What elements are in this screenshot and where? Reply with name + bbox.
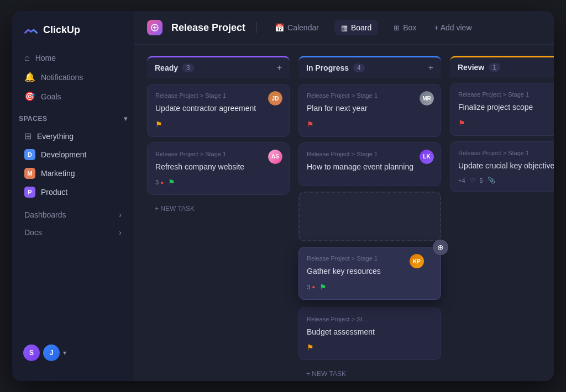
tab-board[interactable]: ▦ Board	[334, 20, 378, 35]
sidebar-item-goals-label: Goals	[41, 92, 61, 101]
column-add-ready[interactable]: +	[277, 63, 282, 73]
card-plan-next-year[interactable]: Release Project > Stage 1 Plan for next …	[298, 84, 441, 137]
column-add-inprogress[interactable]: +	[428, 63, 433, 73]
card-title-1: Update contractor agreement	[155, 103, 281, 114]
sidebar-item-notifications[interactable]: 🔔 Notifications	[18, 67, 128, 87]
dashboards-label: Dashboards	[24, 210, 66, 219]
dot-icon: ●	[160, 179, 164, 186]
sidebar-item-everything-label: Everything	[37, 132, 74, 141]
count-number: 3	[155, 179, 159, 186]
app-window: ClickUp ⌂ Home 🔔 Notifications 🎯 Goals S…	[12, 11, 554, 381]
avatar-img-floating: KP	[410, 254, 424, 268]
card-title-7: Update crucial key objectives	[458, 161, 554, 172]
spaces-list: ⊞ Everything D Development M Marketing P…	[12, 127, 134, 202]
goals-icon: 🎯	[24, 91, 35, 102]
clickup-logo-icon	[23, 22, 39, 38]
card-footer-2: 3 ● ⚑	[155, 178, 281, 187]
sidebar-item-notifications-label: Notifications	[41, 73, 83, 82]
card-footer-5: ⚑	[307, 343, 433, 352]
card-avatar-2: AS	[268, 150, 282, 164]
topbar-separator	[256, 22, 257, 33]
docs-chevron-icon: ›	[119, 228, 122, 237]
card-footer-6: ⚑	[458, 119, 554, 128]
column-count-ready: 3	[182, 63, 194, 72]
spaces-section: Spaces ▾	[12, 106, 134, 127]
card-meta-4: Release Project > Stage 1	[307, 151, 433, 157]
box-icon: ⊞	[394, 24, 400, 32]
sidebar-item-development-label: Development	[41, 150, 87, 159]
card-gather-resources[interactable]: ⊕ Release Project > Stage 1 Gather key r…	[298, 247, 441, 300]
card-update-contractor[interactable]: Release Project > Stage 1 Update contrac…	[147, 84, 290, 137]
heart-icon: ♡	[470, 177, 475, 184]
dashboards-chevron-icon: ›	[119, 210, 122, 219]
sidebar-item-development[interactable]: D Development	[18, 145, 128, 164]
docs-label: Docs	[24, 228, 42, 237]
column-header-inprogress: In Progress 4 +	[298, 56, 441, 78]
card-stat-floating: 3 ●	[307, 284, 315, 290]
sidebar-item-product-label: Product	[41, 188, 67, 197]
add-view-button[interactable]: + Add view	[434, 23, 471, 32]
sidebar-item-product[interactable]: P Product	[18, 183, 128, 202]
clip-count: 5	[480, 177, 483, 184]
card-title-5: Budget assessment	[307, 327, 433, 338]
card-footer-7: +4 ♡ 5 📎	[458, 177, 554, 184]
column-ready: Ready 3 + Release Project > Stage 1 Upda…	[147, 56, 290, 217]
card-title-6: Finalize project scope	[458, 102, 554, 113]
flag-yellow-icon-5: ⚑	[307, 343, 314, 352]
column-title-inprogress: In Progress	[306, 63, 349, 72]
card-title-3: Plan for next year	[307, 103, 433, 114]
card-meta-6: Release Project > Stage 1	[458, 91, 554, 98]
card-budget-assessment[interactable]: Release Project > St... Budget assessmen…	[298, 308, 441, 361]
card-title-2: Refresh company website	[155, 162, 281, 173]
sidebar-item-home-label: Home	[35, 54, 56, 62]
avatar-j[interactable]: J	[43, 345, 60, 361]
sidebar-item-home[interactable]: ⌂ Home	[18, 49, 128, 67]
avatar-img-1: JD	[268, 91, 282, 105]
card-manage-event[interactable]: Release Project > Stage 1 How to manage …	[298, 142, 441, 187]
tab-box[interactable]: ⊞ Box	[387, 20, 423, 35]
avatar-s[interactable]: S	[23, 345, 40, 361]
marketing-badge: M	[24, 168, 35, 179]
topbar: Release Project 📅 Calendar ▦ Board ⊞ Box…	[134, 11, 554, 45]
card-meta-1: Release Project > Stage 1	[155, 92, 281, 99]
column-count-inprogress: 4	[353, 63, 365, 72]
logo: ClickUp	[12, 22, 134, 49]
flag-red-icon-3: ⚑	[307, 120, 314, 129]
card-meta-7: Release Project > Stage 1	[458, 150, 554, 156]
avatar-img-3: MR	[420, 91, 434, 105]
new-task-button-ready[interactable]: + NEW TASK	[147, 200, 290, 217]
calendar-icon: 📅	[275, 23, 284, 32]
sidebar-footer: S J ▾	[12, 336, 134, 370]
tag-plus-label: +4	[458, 177, 465, 184]
card-stat-count: 3 ●	[155, 179, 164, 186]
card-refresh-website[interactable]: Release Project > Stage 1 Refresh compan…	[147, 142, 290, 195]
card-title-4: How to manage event planning	[307, 162, 433, 173]
card-avatar-4: LK	[420, 150, 434, 164]
count-number-floating: 3	[307, 284, 310, 290]
tab-board-label: Board	[351, 23, 371, 32]
column-header-review: Review 1	[450, 56, 554, 77]
card-finalize-scope[interactable]: Release Project > Stage 1 Finalize proje…	[450, 83, 554, 136]
card-meta-2: Release Project > Stage 1	[155, 151, 281, 157]
card-footer-3: ⚑	[307, 120, 433, 129]
card-avatar-3: MR	[420, 91, 434, 105]
sidebar-item-goals[interactable]: 🎯 Goals	[18, 87, 128, 106]
avatar-img-4: LK	[420, 150, 434, 164]
sidebar-item-everything[interactable]: ⊞ Everything	[18, 127, 128, 145]
project-icon	[147, 20, 163, 35]
sidebar-item-marketing[interactable]: M Marketing	[18, 164, 128, 183]
sidebar-item-dashboards[interactable]: Dashboards ›	[18, 206, 128, 224]
sidebar-item-docs[interactable]: Docs ›	[18, 224, 128, 241]
spaces-chevron-icon: ▾	[124, 115, 128, 123]
sidebar-bottom-nav: Dashboards › Docs ›	[12, 202, 134, 246]
card-avatar-1: JD	[268, 91, 282, 105]
new-task-button-inprogress[interactable]: + NEW TASK	[298, 365, 441, 381]
tab-calendar-label: Calendar	[287, 23, 319, 32]
main-content: Release Project 📅 Calendar ▦ Board ⊞ Box…	[134, 11, 554, 381]
project-title: Release Project	[171, 22, 245, 34]
paperclip-icon: 📎	[488, 177, 495, 184]
tab-calendar[interactable]: 📅 Calendar	[268, 20, 326, 35]
sidebar-item-marketing-label: Marketing	[41, 169, 75, 178]
spaces-label: Spaces	[19, 115, 47, 123]
card-update-objectives[interactable]: Release Project > Stage 1 Update crucial…	[450, 141, 554, 193]
